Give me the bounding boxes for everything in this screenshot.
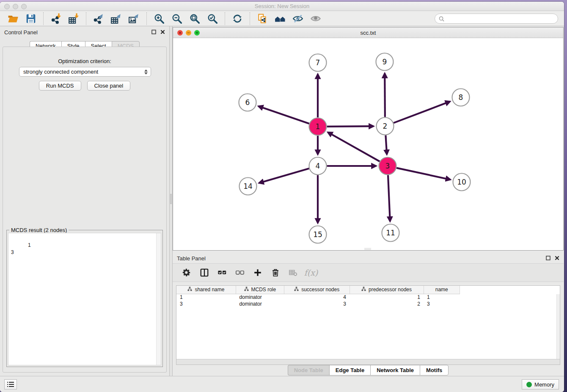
network-export-icon[interactable] [92,13,105,25]
svg-text:14: 14 [243,182,253,190]
tree-icon [361,287,366,293]
graph-node-6[interactable]: 6 [239,94,256,111]
svg-text:4: 4 [316,162,320,170]
search-icon [438,16,445,22]
mcds-result-box: MCDS result (2 nodes) 1 3 [6,230,163,367]
unchecked-boxes-icon[interactable] [233,266,247,279]
canvas-resize-handle[interactable] [364,248,371,250]
control-panel: Control Panel NetworkStyleSelectMCDS Opt… [0,26,169,376]
floppy-disk-icon[interactable] [25,13,37,25]
svg-text:1: 1 [316,122,320,131]
trash-icon[interactable] [268,266,283,279]
refresh-arrows-icon[interactable] [231,13,244,25]
close-table-panel-icon[interactable] [555,256,559,260]
svg-text:8: 8 [459,93,463,102]
graph-node-10[interactable]: 10 [453,174,471,191]
desktop-background: Session: New Session Control Panel Netwo… [0,0,567,392]
close-panel-button[interactable]: Close panel [87,81,131,91]
eye-icon[interactable] [309,13,322,25]
graph-node-8[interactable]: 8 [452,89,470,106]
toolbar-separator [86,12,86,25]
graph-edge-2-3[interactable] [385,135,387,155]
graph-edge-2-8[interactable] [394,102,450,123]
table-panel-title: Table Panel [177,255,206,262]
graph-edge-3-11[interactable] [388,175,390,221]
panel-splitter[interactable] [169,26,173,376]
column-header-successor-nodes[interactable]: successor nodes [284,286,350,294]
graph-node-14[interactable]: 14 [239,178,257,195]
column-header-predecessor-nodes[interactable]: predecessor nodes [350,286,424,294]
graph-edge-3-1[interactable] [328,133,380,162]
tab-node-table[interactable]: Node Table [288,365,329,375]
plus-icon[interactable] [250,266,265,279]
magnifier-check-icon[interactable] [206,13,219,25]
network-import-icon[interactable] [50,13,62,25]
control-panel-header: Control Panel [0,26,169,38]
magnifier-minus-icon[interactable] [171,13,183,25]
run-mcds-button[interactable]: Run MCDS [39,81,81,91]
list-icon [7,381,14,387]
tab-edge-table[interactable]: Edge Table [329,365,370,375]
graph-node-11[interactable]: 11 [382,224,399,242]
magnifier-fit-icon[interactable] [188,13,201,25]
control-panel-title: Control Panel [4,29,38,36]
svg-text:15: 15 [313,230,322,239]
table-import-icon[interactable] [67,13,80,25]
graph-node-9[interactable]: 9 [376,53,394,71]
table-export-icon[interactable] [110,13,123,25]
task-history-button[interactable] [4,379,17,389]
window-title: Session: New Session [0,3,564,9]
criterion-dropdown[interactable]: strongly connected component [19,67,151,77]
folder-open-icon[interactable] [7,13,19,25]
graph-node-1[interactable]: 1 [309,118,327,135]
float-panel-icon[interactable] [151,30,156,34]
documents-share-icon[interactable] [256,13,269,25]
toolbar-separator [43,12,44,25]
graph-edge-1-6[interactable] [259,106,309,124]
table-horizontal-scrollbar[interactable] [176,359,560,364]
svg-text:6: 6 [245,98,250,107]
column-header-name[interactable]: name [424,286,460,294]
graph-node-15[interactable]: 15 [309,226,327,243]
memory-button[interactable]: Memory [522,379,559,389]
svg-text:11: 11 [386,229,395,237]
network-canvas[interactable]: 7 9 6 8 1 2 4 3 14 10 15 11 [173,38,563,250]
table-row[interactable]: 3dominator323 [176,301,460,307]
gear-icon[interactable] [179,266,194,279]
search-field[interactable] [435,14,558,24]
image-export-icon[interactable] [128,13,140,25]
mcds-result-text[interactable]: 1 3 [8,233,161,365]
tab-network-table[interactable]: Network Table [370,365,420,375]
network-window-titlebar[interactable]: scc.txt [173,28,563,38]
graph-edge-4-14[interactable] [259,168,309,183]
result-scrollbar[interactable] [156,233,161,365]
column-header-shared-name[interactable]: shared name [176,286,236,294]
dropdown-stepper-icon [143,69,148,75]
graph-node-2[interactable]: 2 [377,118,394,135]
split-columns-icon[interactable] [197,266,212,279]
graph-node-4[interactable]: 4 [309,157,327,175]
tree-icon [187,287,192,293]
splitter-grip[interactable] [170,194,172,204]
main-titlebar: Session: New Session [0,2,564,11]
houses-icon[interactable] [274,13,286,25]
function-icon: f(x) [304,266,318,279]
checked-boxes-icon[interactable] [215,266,229,279]
network-view-window: scc.txt 7 9 6 8 1 2 4 3 14 10 15 [173,27,564,251]
graph-edge-1-2[interactable] [327,126,374,127]
toolbar-separator [250,12,250,25]
graph-node-3[interactable]: 3 [379,157,396,175]
float-table-panel-icon[interactable] [546,256,550,260]
graph-node-7[interactable]: 7 [309,54,327,72]
column-header-MCDS-role[interactable]: MCDS role [236,286,284,294]
graph-edge-3-10[interactable] [396,168,450,180]
table-header-row: shared nameMCDS rolesuccessor nodesprede… [176,286,460,294]
eye-slash-icon[interactable] [292,13,304,25]
graph-edge-2-9[interactable] [385,74,385,117]
search-input[interactable] [445,16,558,22]
tab-motifs[interactable]: Motifs [420,365,449,375]
close-panel-icon[interactable] [160,30,165,34]
table-row[interactable]: 1dominator411 [176,294,460,301]
table-vertical-scrollbar[interactable] [556,294,560,359]
magnifier-plus-icon[interactable] [153,13,165,25]
